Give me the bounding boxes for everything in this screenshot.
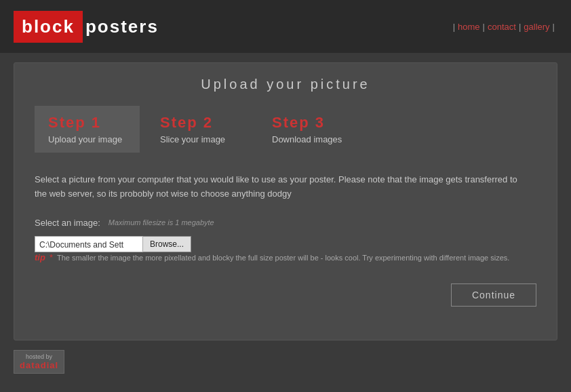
tip-text: The smaller the image the more pixellate…: [57, 252, 509, 264]
datadial-label: datadial: [20, 360, 58, 370]
nav-gallery-link[interactable]: gallery: [524, 22, 549, 32]
nav-pipe-1: |: [483, 22, 485, 32]
header: block posters | home | contact | gallery…: [0, 0, 571, 53]
footer: hosted by datadial: [14, 350, 557, 374]
nav-home-link[interactable]: home: [458, 22, 480, 32]
file-path-display: C:\Documents and Sett: [35, 236, 143, 252]
step-3-number: Step 3: [272, 114, 350, 132]
logo-posters-text: posters: [83, 16, 159, 37]
step-3-label: Download images: [272, 134, 350, 144]
step-1-label: Upload your image: [48, 134, 126, 144]
nav-contact-link[interactable]: contact: [488, 22, 516, 32]
page-title-bar: Upload your picture: [35, 77, 536, 92]
nav-pipe-left: |: [453, 22, 455, 32]
page-title: Upload your picture: [35, 77, 536, 92]
step-1-number: Step 1: [48, 114, 126, 132]
tip-icon: tip: [35, 252, 45, 262]
navigation: | home | contact | gallery |: [450, 22, 557, 32]
step-3-box: Step 3 Download images: [258, 106, 363, 153]
browse-button[interactable]: Browse...: [143, 236, 191, 252]
tip-asterisk-icon: *: [50, 252, 53, 262]
steps-row: Step 1 Upload your image Step 2 Slice yo…: [35, 106, 536, 153]
step-2-label: Slice your image: [160, 134, 238, 144]
step-2-number: Step 2: [160, 114, 238, 132]
file-input-wrapper: C:\Documents and Sett Browse...: [35, 236, 536, 252]
logo: block posters: [14, 11, 159, 43]
logo-block: block: [14, 11, 83, 43]
logo-block-text: block: [22, 16, 75, 37]
hosted-by-label: hosted by: [26, 353, 52, 360]
continue-button[interactable]: Continue: [451, 283, 536, 307]
step-2-box: Step 2 Slice your image: [146, 106, 252, 153]
max-size-note: Maximum filesize is 1 megabyte: [109, 218, 214, 227]
main-container: Upload your picture Step 1 Upload your i…: [14, 62, 557, 340]
file-input-group: Select an image: Maximum filesize is 1 m…: [35, 218, 536, 252]
step-1-box: Step 1 Upload your image: [35, 106, 140, 153]
tip-row: tip * The smaller the image the more pix…: [35, 252, 523, 264]
description-text: Select a picture from your computer that…: [35, 173, 523, 201]
nav-pipe-2: |: [519, 22, 521, 32]
continue-row: Continue: [35, 283, 536, 307]
select-label: Select an image:: [35, 218, 100, 228]
hosted-by-badge: hosted by datadial: [14, 350, 64, 374]
file-label-line: Select an image: Maximum filesize is 1 m…: [35, 218, 536, 228]
nav-pipe-right: |: [553, 22, 555, 32]
